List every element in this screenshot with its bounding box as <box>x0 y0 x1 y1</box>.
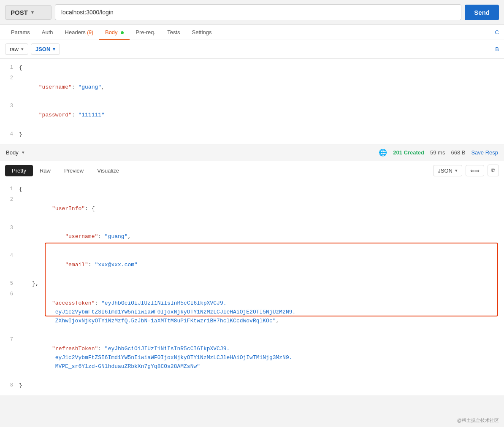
tab-auth[interactable]: Auth <box>36 25 59 40</box>
resp-line-7: 7 "refreshToken": "eyJhbGciOiJIUzI1NiIsI… <box>0 335 504 381</box>
body-sub-toolbar: raw ▾ JSON ▾ B <box>0 40 504 59</box>
response-json-chevron-icon: ▾ <box>455 168 458 173</box>
tab-body[interactable]: Body <box>99 25 130 40</box>
method-select[interactable]: POST ▾ <box>5 5 51 20</box>
tab-headers[interactable]: Headers (9) <box>59 25 99 40</box>
response-format-right: JSON ▾ ⇐⇒ ⧉ <box>433 165 499 176</box>
code-line-1: 1 { <box>0 63 504 73</box>
headers-badge: (9) <box>87 30 93 35</box>
raw-select[interactable]: raw ▾ <box>5 43 28 55</box>
raw-chevron-icon: ▾ <box>21 46 24 52</box>
code-line-4: 4 } <box>0 130 504 140</box>
tab-tests[interactable]: Tests <box>161 25 186 40</box>
wrap-button[interactable]: ⇐⇒ <box>466 165 484 176</box>
save-response-button[interactable]: Save Resp <box>471 149 498 156</box>
tab-params[interactable]: Params <box>5 25 36 40</box>
response-format-tabs: Pretty Raw Preview Visualize JSON ▾ ⇐⇒ ⧉ <box>0 161 504 180</box>
tab-prereq[interactable]: Pre-req. <box>130 25 161 40</box>
resp-line-6: 6 "accessToken": "eyJhbGciOiJIUzI1NiIsIn… <box>0 289 504 335</box>
resp-line-1: 1 { <box>0 184 504 195</box>
response-status: 201 Created <box>393 149 424 156</box>
url-bar: POST ▾ Send <box>0 0 504 25</box>
tab-settings[interactable]: Settings <box>186 25 218 40</box>
json-chevron-icon: ▾ <box>53 46 55 52</box>
tab-preview[interactable]: Preview <box>57 165 90 176</box>
tab-right-label[interactable]: C <box>495 29 499 35</box>
json-select[interactable]: JSON ▾ <box>31 43 60 55</box>
response-size: 668 B <box>451 149 465 156</box>
response-meta: 🌐 201 Created 59 ms 668 B Save Resp <box>379 149 498 157</box>
resp-line-2: 2 "userInfo": { <box>0 195 504 223</box>
code-line-2: 2 "username": "guang", <box>0 73 504 101</box>
response-json-label: JSON <box>438 168 453 174</box>
code-line-3: 3 "password": "111111" <box>0 101 504 129</box>
tab-pretty[interactable]: Pretty <box>5 165 33 176</box>
response-bar: Body ▾ 🌐 201 Created 59 ms 668 B Save Re… <box>0 144 504 161</box>
send-button[interactable]: Send <box>465 5 499 20</box>
response-json-select[interactable]: JSON ▾ <box>433 165 462 176</box>
resp-line-3: 3 "username": "guang", <box>0 223 504 251</box>
beautify-button[interactable]: B <box>495 46 499 52</box>
response-body-editor[interactable]: 1 { 2 "userInfo": { 3 "username": "guang… <box>0 180 504 395</box>
url-input[interactable] <box>55 4 461 20</box>
resp-line-8: 8 } <box>0 381 504 391</box>
request-body-editor[interactable]: 1 { 2 "username": "guang", 3 "password":… <box>0 59 504 144</box>
resp-line-4: 4 "email": "xxx@xxx.com" <box>0 251 504 279</box>
tabs-row: Params Auth Headers (9) Body Pre-req. Te… <box>0 25 504 40</box>
method-label: POST <box>11 9 28 16</box>
resp-line-5: 5 }, <box>0 279 504 289</box>
raw-label: raw <box>10 46 19 52</box>
chevron-down-icon: ▾ <box>31 10 34 15</box>
body-active-dot <box>121 31 124 34</box>
copy-button[interactable]: ⧉ <box>488 165 499 176</box>
tab-raw[interactable]: Raw <box>33 165 57 176</box>
response-body-label: Body <box>6 149 19 156</box>
tab-visualize[interactable]: Visualize <box>90 165 126 176</box>
globe-icon: 🌐 <box>379 149 387 157</box>
response-time: 59 ms <box>430 149 445 156</box>
response-body-chevron[interactable]: ▾ <box>22 150 24 155</box>
json-label: JSON <box>35 46 50 52</box>
